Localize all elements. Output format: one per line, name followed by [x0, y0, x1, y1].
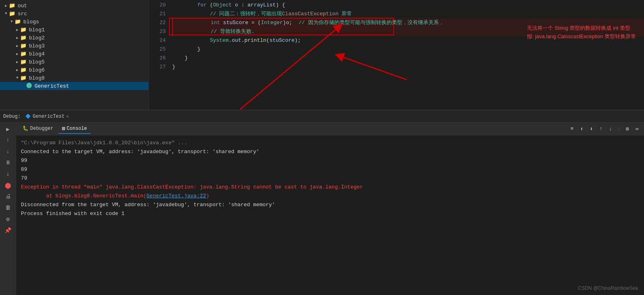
tree-item-out[interactable]: ▶📁out — [0, 2, 148, 10]
console-output: "C:\Program Files\Java\jdk1.8.0_202\bin\… — [16, 135, 644, 295]
debug-tab-name[interactable]: GenericTest — [33, 114, 64, 119]
tree-item-blogs[interactable]: ▼📁blogs — [0, 18, 148, 26]
folder-icon: 📁 — [20, 27, 27, 33]
console-line: at blogs.blog8.GenericTest.main(GenericT… — [21, 192, 639, 201]
tree-item-label: src — [18, 11, 27, 17]
console-line: 99 — [21, 156, 639, 165]
tree-item-label: blog2 — [29, 35, 45, 41]
debugger-icon: 🐛 — [23, 125, 29, 131]
print-icon[interactable]: 🖨 — [3, 192, 13, 201]
tree-arrow: ▶ — [3, 3, 9, 8]
debug-side-icons: ▶ ↑ ↓ ⏸ ⇩ ⬤ 🖨 🗑 ⚙ 📌 — [0, 123, 16, 295]
line-number: 23 — [152, 27, 166, 36]
delete-icon[interactable]: 🗑 — [3, 203, 13, 213]
console-line: Exception in thread "main" java.lang.Cla… — [21, 183, 639, 192]
console-line: 79 — [21, 174, 639, 183]
line-number: 20 — [152, 1, 166, 10]
step-over-up-icon[interactable]: ↑ — [3, 135, 13, 145]
step-over-down-icon[interactable]: ↓ — [3, 147, 13, 156]
line-number: 21 — [152, 10, 166, 18]
line-number: 22 — [152, 18, 166, 27]
code-annotation: 无法将一个 String 类型的数据转换成 int 类型 报: java.lan… — [527, 24, 636, 41]
tree-item-src[interactable]: ▼📁src — [0, 10, 148, 18]
debug-label: Debug: — [3, 114, 21, 119]
tree-arrow: ▶ — [14, 27, 20, 33]
pause-icon[interactable]: ⏸ — [3, 158, 13, 168]
code-line: for (Object o : arrayList) { — [172, 1, 644, 10]
line-number: 24 — [152, 36, 166, 45]
tree-item-label: blogs — [23, 19, 39, 25]
pin-icon[interactable]: 📌 — [3, 225, 13, 235]
close-tab-icon[interactable]: ✕ — [66, 114, 69, 119]
tree-item-blog5[interactable]: ▶📁blog5 — [0, 58, 148, 66]
code-lines: for (Object o : arrayList) { // 问题二：强转时，… — [169, 0, 644, 110]
code-line: } — [172, 54, 644, 63]
tree-item-label: blog6 — [29, 67, 45, 73]
tree-item-label: blog5 — [29, 59, 45, 65]
code-line: // 问题二：强转时，可能出现ClassCastException 异常 — [172, 10, 644, 18]
line-number: 26 — [152, 54, 166, 63]
debug-panel: Debug: 🔷 GenericTest ✕ ▶ ↑ ↓ ⏸ ⇩ ⬤ 🖨 🗑 ⚙… — [0, 111, 644, 295]
step-into-icon[interactable]: ⇩ — [3, 169, 13, 179]
java-file-icon: 🅖 — [26, 83, 32, 89]
console-link[interactable]: GenericTest.java:22 — [146, 193, 206, 199]
scroll-down-btn[interactable]: ⬇ — [587, 125, 596, 133]
debug-main: ▶ ↑ ↓ ⏸ ⇩ ⬤ 🖨 🗑 ⚙ 📌 🐛 Debugger ▤ Console — [0, 123, 644, 295]
clear-console-btn[interactable]: ≡ — [568, 125, 576, 133]
code-line: } — [172, 45, 644, 54]
tab-console[interactable]: ▤ Console — [58, 124, 91, 134]
folder-icon: 📁 — [9, 10, 15, 17]
code-line: } — [172, 63, 644, 72]
tree-arrow: ▼ — [9, 19, 14, 25]
tree-item-label: GenericTest — [35, 83, 69, 89]
folder-icon: 📁 — [20, 67, 27, 73]
folder-icon: 📁 — [20, 59, 27, 65]
tree-item-label: blog8 — [29, 75, 45, 81]
tree-arrow: ▶ — [14, 67, 20, 73]
tree-item-blog6[interactable]: ▶📁blog6 — [0, 66, 148, 74]
folder-icon: 📁 — [9, 2, 15, 9]
console-line: Process finished with exit code 1 — [21, 209, 639, 218]
settings-icon[interactable]: ⚙ — [3, 214, 13, 224]
folder-icon: 📁 — [20, 43, 27, 49]
tree-arrow: ▼ — [3, 11, 9, 16]
line-number: 27 — [152, 63, 166, 72]
step-btn-2[interactable]: ↓ — [606, 125, 615, 133]
tree-arrow: ▶ — [14, 59, 20, 65]
step-btn-1[interactable]: ↑ — [597, 125, 605, 133]
console-line: "C:\Program Files\Java\jdk1.8.0_202\bin\… — [21, 139, 639, 148]
tree-arrow: ▼ — [14, 75, 20, 81]
tree-item-blog1[interactable]: ▶📁blog1 — [0, 26, 148, 34]
file-tree: ▶📁out▼📁src▼📁blogs▶📁blog1▶📁blog2▶📁blog3▶📁… — [0, 0, 149, 110]
tree-item-generictest[interactable]: 🅖GenericTest — [0, 82, 148, 90]
tree-arrow: ▶ — [14, 43, 20, 49]
tree-item-label: out — [18, 3, 27, 9]
tree-arrow: ▶ — [14, 35, 20, 41]
line-numbers: 2021222324252627 — [149, 0, 169, 110]
tree-item-blog8[interactable]: ▼📁blog8 — [0, 74, 148, 82]
console-line: 89 — [21, 165, 639, 174]
tree-item-blog3[interactable]: ▶📁blog3 — [0, 42, 148, 50]
tab-debugger[interactable]: 🐛 Debugger — [19, 124, 58, 134]
debug-tabbar: Debug: 🔷 GenericTest ✕ — [0, 111, 644, 123]
debug-toolbar: 🐛 Debugger ▤ Console ≡ ⬆ ⬇ ↑ ↓ | ⊞ ≔ — [16, 123, 644, 135]
folder-icon: 📁 — [20, 35, 27, 41]
folder-icon: 📁 — [14, 18, 21, 25]
console-line: Disconnected from the target VM, address… — [21, 201, 639, 209]
tree-item-blog2[interactable]: ▶📁blog2 — [0, 34, 148, 42]
tree-item-label: blog3 — [29, 43, 45, 49]
breakpoint-icon[interactable]: ⬤ — [3, 180, 13, 190]
tree-arrow: ▶ — [14, 51, 20, 57]
layout-btn[interactable]: ⊞ — [623, 125, 632, 133]
console-icon: ▤ — [62, 125, 65, 131]
watermark: CSDN @ChinaRainbowSea — [578, 285, 638, 291]
folder-icon: 📁 — [20, 75, 27, 81]
resume-icon[interactable]: ▶ — [3, 124, 13, 134]
folder-icon: 📁 — [20, 51, 27, 57]
tree-item-label: blog4 — [29, 51, 45, 57]
code-editor: 2021222324252627 for (Object o : arrayLi… — [149, 0, 644, 110]
settings-btn-2[interactable]: ≔ — [633, 125, 642, 133]
scroll-up-btn[interactable]: ⬆ — [577, 125, 586, 133]
tree-item-blog4[interactable]: ▶📁blog4 — [0, 50, 148, 58]
tree-item-label: blog1 — [29, 27, 45, 33]
